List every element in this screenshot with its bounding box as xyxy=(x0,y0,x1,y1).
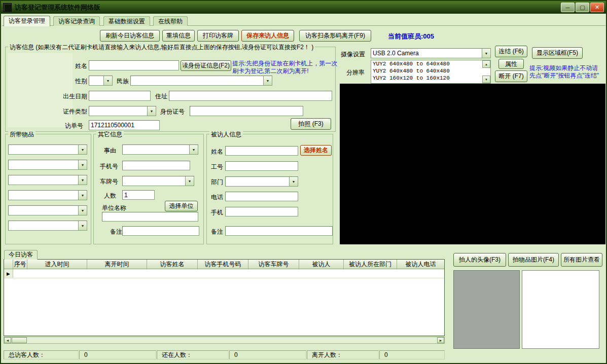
scan-barcode-leave-button[interactable]: 访客扫条形码离开(F9) xyxy=(299,30,371,42)
target-phone-input[interactable] xyxy=(225,192,298,201)
id-type-combo[interactable]: ▼ xyxy=(89,106,156,116)
visited-person-legend: 被访人信息 xyxy=(209,130,243,139)
left-visitors-value: 0 xyxy=(379,350,445,359)
col-visited-person[interactable]: 被访人 xyxy=(299,260,344,269)
properties-button[interactable]: 属性 xyxy=(498,59,524,69)
col-seq[interactable]: 序号 xyxy=(13,260,27,269)
target-dept-combo[interactable]: ▼ xyxy=(225,176,298,187)
connect-button[interactable]: 连结 (F6) xyxy=(495,46,527,57)
col-visitor-name[interactable]: 访客姓名 xyxy=(147,260,198,269)
resolution-item[interactable]: YUY2 640x480 to 640x480 xyxy=(371,60,490,67)
visitor-mobile-label: 手机号 xyxy=(100,162,118,171)
gender-combo[interactable]: ▼ xyxy=(89,76,113,86)
video-hint-line2: 先点"断开"按钮再点"连结" xyxy=(529,71,599,80)
id-number-input[interactable] xyxy=(190,106,303,116)
select-name-button[interactable]: 选择姓名 xyxy=(300,145,332,156)
item-combo-1[interactable]: ▼ xyxy=(8,144,87,155)
take-photo-button[interactable]: 拍照 (F3) xyxy=(291,118,331,130)
app-icon xyxy=(3,3,12,12)
item-photo-area xyxy=(522,270,599,349)
chevron-down-icon: ▼ xyxy=(78,175,87,185)
resolution-item[interactable]: YUY2 640x480 to 640x480 xyxy=(371,67,490,75)
item-combo-2[interactable]: ▼ xyxy=(8,160,87,170)
item-combo-5[interactable]: ▼ xyxy=(8,205,87,215)
plate-combo[interactable]: ▼ xyxy=(122,176,194,186)
tab-visitor-login[interactable]: 访客登录管理 xyxy=(4,16,50,26)
selector-column-header xyxy=(4,260,13,269)
capture-item-button[interactable]: 拍物品图片(F4) xyxy=(508,253,559,267)
company-name-input[interactable] xyxy=(102,212,198,222)
col-visited-phone[interactable]: 被访人电话 xyxy=(397,260,444,269)
chevron-down-icon: ▼ xyxy=(189,145,198,154)
nation-combo[interactable]: ▼ xyxy=(130,76,272,86)
visitor-info-legend: 访客信息 (如果没有二代证刷卡机请直接输入来访人信息,输好后直接点上面的保存按钮… xyxy=(8,43,315,52)
refill-info-button[interactable]: 重填信息 xyxy=(162,30,195,42)
other-info-group: 其它信息 事由 ▼ 手机号 车牌号 ▼ 人数 单位名称 选择单位 备注 xyxy=(93,134,204,244)
scroll-left-icon[interactable]: ◄ xyxy=(4,337,11,343)
resolution-listbox[interactable]: YUY2 640x480 to 640x480 YUY2 640x480 to … xyxy=(371,60,491,84)
capture-head-button[interactable]: 拍人的头像(F3) xyxy=(453,253,506,267)
visit-no-label: 访单号 xyxy=(65,122,83,130)
minimize-button[interactable]: ─ xyxy=(561,3,575,12)
col-visitor-plate[interactable]: 访客车牌号 xyxy=(248,260,299,269)
scroll-down-icon[interactable]: ▼ xyxy=(482,76,490,83)
item-combo-4[interactable]: ▼ xyxy=(8,190,87,200)
present-visitors-label: 还在人数： xyxy=(157,350,229,359)
target-remark-input[interactable] xyxy=(225,226,333,236)
table-row[interactable]: ▶ xyxy=(4,269,444,278)
view-all-pictures-button[interactable]: 所有图片查看 xyxy=(561,253,602,267)
disconnect-button[interactable]: 断开 (F7) xyxy=(495,70,527,82)
table-hscrollbar[interactable]: ◄ ► xyxy=(4,337,445,344)
tab-record-query[interactable]: 访客记录查询 xyxy=(53,16,100,26)
scroll-right-icon[interactable]: ► xyxy=(437,337,444,343)
scroll-up-icon[interactable]: ▲ xyxy=(482,60,490,68)
col-leave-time[interactable]: 离开时间 xyxy=(87,260,147,269)
close-button[interactable]: ✕ xyxy=(590,3,604,12)
col-visitor-mobile[interactable]: 访客手机号码 xyxy=(198,260,248,269)
chevron-down-icon: ▼ xyxy=(103,76,112,85)
resolution-item[interactable]: YUY2 160x120 to 160x120 xyxy=(371,75,490,82)
item-combo-6[interactable]: ▼ xyxy=(8,221,87,231)
nation-label: 民族 xyxy=(117,77,129,86)
operator-on-duty-label: 当前值班员:005 xyxy=(388,32,434,41)
address-input[interactable] xyxy=(169,91,332,101)
current-row-marker-icon: ▶ xyxy=(4,269,13,278)
target-mobile-input[interactable] xyxy=(225,207,298,216)
company-label: 单位名称 xyxy=(102,204,126,212)
target-name-input[interactable] xyxy=(225,146,298,156)
col-enter-time[interactable]: 进入时间 xyxy=(27,260,87,269)
maximize-button[interactable]: ▢ xyxy=(576,3,589,12)
people-count-input[interactable] xyxy=(122,190,155,200)
visit-no-input[interactable] xyxy=(89,120,160,130)
birth-date-input[interactable] xyxy=(89,91,151,101)
target-jobno-input[interactable] xyxy=(225,161,298,171)
camera-device-value: USB 2.0 Camera xyxy=(373,50,481,57)
tab-online-help[interactable]: 在线帮助 xyxy=(153,16,188,26)
item-combo-3[interactable]: ▼ xyxy=(8,175,87,185)
chevron-down-icon: ▼ xyxy=(482,49,490,58)
chevron-down-icon: ▼ xyxy=(263,76,272,85)
refresh-today-button[interactable]: 刷新今日访客信息 xyxy=(100,30,160,42)
tab-today-visitors[interactable]: 今日访客 xyxy=(4,250,38,260)
chevron-down-icon: ▼ xyxy=(147,106,156,116)
visitor-name-input[interactable] xyxy=(89,60,179,70)
head-photo-area xyxy=(453,270,520,349)
visitor-mobile-input[interactable] xyxy=(122,161,190,170)
plate-label: 车牌号 xyxy=(100,177,118,186)
chevron-down-icon: ▼ xyxy=(78,191,87,200)
reason-combo[interactable]: ▼ xyxy=(122,144,198,155)
show-region-button[interactable]: 显示区域框(F5) xyxy=(532,47,583,59)
col-visited-dept[interactable]: 被访人所在部门 xyxy=(344,260,397,269)
other-remark-input[interactable] xyxy=(122,226,199,236)
target-name-label: 姓名 xyxy=(211,148,223,156)
camera-device-combo[interactable]: USB 2.0 Camera ▼ xyxy=(371,48,491,58)
tab-base-data[interactable]: 基础数据设置 xyxy=(103,16,150,26)
read-id-card-button[interactable]: 读身份证信息(F2) xyxy=(181,60,231,71)
save-visitor-button[interactable]: 保存来访人信息 xyxy=(241,30,294,42)
print-badge-button[interactable]: 打印访客牌 xyxy=(197,30,239,42)
gender-label: 性别 xyxy=(75,77,87,86)
select-company-button[interactable]: 选择单位 xyxy=(165,201,198,211)
target-remark-label: 备注 xyxy=(211,228,223,236)
id-photo-placeholder xyxy=(8,53,73,127)
scrollbar-thumb[interactable] xyxy=(12,337,27,343)
